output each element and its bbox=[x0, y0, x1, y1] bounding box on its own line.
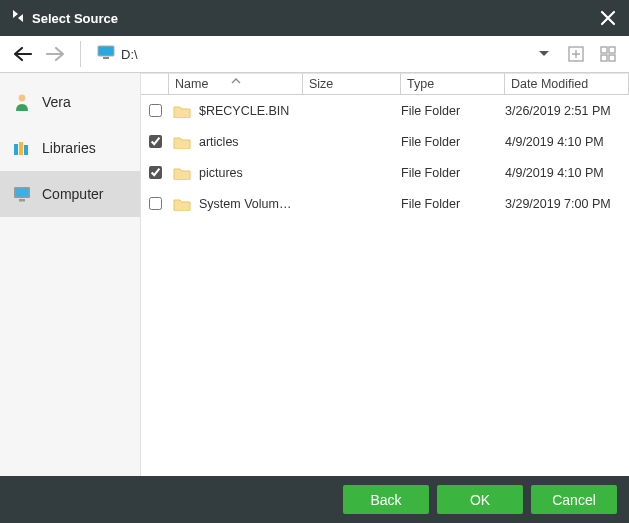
path-breadcrumb[interactable]: D:\ bbox=[93, 45, 523, 63]
folder-icon bbox=[173, 166, 191, 180]
file-date: 3/26/2019 2:51 PM bbox=[505, 104, 629, 118]
sidebar-item-label: Computer bbox=[42, 186, 103, 202]
row-checkbox[interactable] bbox=[149, 197, 162, 210]
sidebar-item-label: Vera bbox=[42, 94, 71, 110]
sort-asc-icon bbox=[231, 73, 241, 87]
svg-rect-1 bbox=[103, 57, 109, 59]
back-button[interactable]: Back bbox=[343, 485, 429, 514]
file-type: File Folder bbox=[401, 104, 505, 118]
column-header-size[interactable]: Size bbox=[303, 73, 401, 94]
file-type: File Folder bbox=[401, 197, 505, 211]
folder-icon bbox=[173, 135, 191, 149]
file-name: System Volum… bbox=[199, 197, 291, 211]
libraries-icon bbox=[12, 138, 32, 158]
new-folder-button[interactable] bbox=[565, 43, 587, 65]
file-name: articles bbox=[199, 135, 239, 149]
sidebar: Vera Libraries Computer bbox=[0, 73, 141, 476]
svg-rect-13 bbox=[19, 199, 25, 202]
file-type: File Folder bbox=[401, 135, 505, 149]
user-icon bbox=[12, 92, 32, 112]
sidebar-item-label: Libraries bbox=[42, 140, 96, 156]
column-header-checkbox bbox=[141, 73, 169, 94]
path-dropdown-button[interactable] bbox=[533, 43, 555, 65]
back-nav-button[interactable] bbox=[10, 42, 34, 66]
file-row[interactable]: articles File Folder 4/9/2019 4:10 PM bbox=[141, 126, 629, 157]
file-row[interactable]: $RECYCLE.BIN File Folder 3/26/2019 2:51 … bbox=[141, 95, 629, 126]
file-date: 3/29/2019 7:00 PM bbox=[505, 197, 629, 211]
file-name: $RECYCLE.BIN bbox=[199, 104, 289, 118]
window-title: Select Source bbox=[32, 11, 118, 26]
column-header-row: Name Size Type Date Modified bbox=[141, 73, 629, 95]
row-checkbox[interactable] bbox=[149, 104, 162, 117]
row-checkbox[interactable] bbox=[149, 135, 162, 148]
svg-rect-8 bbox=[14, 144, 18, 155]
file-rows: $RECYCLE.BIN File Folder 3/26/2019 2:51 … bbox=[141, 95, 629, 476]
svg-rect-0 bbox=[98, 46, 114, 56]
svg-rect-12 bbox=[16, 189, 29, 197]
app-icon bbox=[10, 8, 26, 28]
cancel-button[interactable]: Cancel bbox=[531, 485, 617, 514]
svg-rect-3 bbox=[601, 47, 607, 53]
svg-rect-5 bbox=[601, 55, 607, 61]
footer: Back OK Cancel bbox=[0, 476, 629, 523]
toolbar-divider bbox=[80, 41, 81, 67]
column-header-date[interactable]: Date Modified bbox=[505, 73, 629, 94]
sidebar-item-computer[interactable]: Computer bbox=[0, 171, 140, 217]
svg-rect-10 bbox=[24, 145, 28, 155]
path-text: D:\ bbox=[121, 47, 138, 62]
svg-rect-9 bbox=[19, 142, 23, 155]
view-mode-button[interactable] bbox=[597, 43, 619, 65]
folder-icon bbox=[173, 104, 191, 118]
column-header-type[interactable]: Type bbox=[401, 73, 505, 94]
forward-nav-button[interactable] bbox=[44, 42, 68, 66]
file-row[interactable]: pictures File Folder 4/9/2019 4:10 PM bbox=[141, 157, 629, 188]
file-type: File Folder bbox=[401, 166, 505, 180]
close-button[interactable] bbox=[597, 7, 619, 29]
file-list: Name Size Type Date Modified $RECYCLE.BI… bbox=[141, 73, 629, 476]
svg-rect-6 bbox=[609, 55, 615, 61]
column-header-name[interactable]: Name bbox=[169, 73, 303, 94]
toolbar: D:\ bbox=[0, 36, 629, 73]
title-bar: Select Source bbox=[0, 0, 629, 36]
svg-point-7 bbox=[19, 95, 26, 102]
file-date: 4/9/2019 4:10 PM bbox=[505, 135, 629, 149]
sidebar-item-libraries[interactable]: Libraries bbox=[0, 125, 140, 171]
row-checkbox[interactable] bbox=[149, 166, 162, 179]
drive-icon bbox=[97, 45, 115, 63]
sidebar-item-vera[interactable]: Vera bbox=[0, 79, 140, 125]
file-row[interactable]: System Volum… File Folder 3/29/2019 7:00… bbox=[141, 188, 629, 219]
ok-button[interactable]: OK bbox=[437, 485, 523, 514]
folder-icon bbox=[173, 197, 191, 211]
file-date: 4/9/2019 4:10 PM bbox=[505, 166, 629, 180]
computer-icon bbox=[12, 184, 32, 204]
file-name: pictures bbox=[199, 166, 243, 180]
svg-rect-4 bbox=[609, 47, 615, 53]
